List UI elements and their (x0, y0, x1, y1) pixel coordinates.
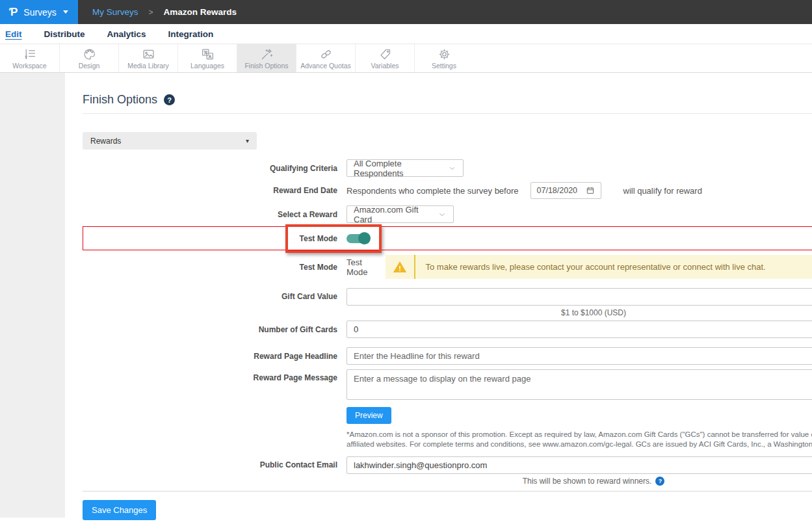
breadcrumb-my-surveys[interactable]: My Surveys (92, 7, 138, 17)
preview-button[interactable]: Preview (347, 407, 391, 424)
toolbar-label: Advance Quotas (300, 62, 351, 70)
disclaimer-line-1: *Amazon.com is not a sponsor of this pro… (347, 430, 812, 440)
reward-page-message-textarea[interactable] (347, 369, 812, 400)
bottom-divider (83, 491, 812, 492)
tab-edit[interactable]: Edit (5, 29, 22, 39)
qualifying-criteria-select[interactable]: All Complete Respondents (347, 159, 464, 177)
toolbar-item-settings[interactable]: Settings (414, 44, 473, 72)
tab-distribute[interactable]: Distribute (44, 29, 85, 39)
test-mode-highlight-band: Test Mode (83, 226, 812, 250)
reward-end-date-label: Reward End Date (83, 186, 337, 195)
help-icon[interactable]: ? (164, 94, 175, 105)
main-tab-bar: Edit Distribute Analytics Integration (0, 24, 812, 44)
translate-icon (201, 47, 215, 61)
gear-icon (438, 47, 451, 61)
title-divider (83, 113, 812, 114)
breadcrumb-separator: > (149, 8, 153, 17)
toolbar-item-variables[interactable]: Variables (355, 44, 414, 72)
svg-text:!: ! (399, 265, 401, 272)
finish-options-panel: Finish Options ? Rewards ▾ Qualifying Cr… (65, 73, 812, 520)
calendar-icon (586, 186, 595, 195)
test-mode-toggle-label: Test Mode (83, 234, 337, 243)
reward-page-headline-label: Reward Page Headline (83, 352, 337, 361)
reward-end-date-input[interactable]: 07/18/2020 (530, 182, 601, 199)
toolbar-item-media-library[interactable]: Media Library (118, 44, 177, 72)
chevron-down-icon (448, 164, 456, 173)
toggle-knob-icon (358, 232, 371, 244)
toolbar-item-finish-options[interactable]: Finish Options (237, 44, 296, 72)
gift-card-value-helper: $1 to $1000 (USD) (561, 308, 626, 317)
product-name: Surveys (23, 7, 57, 18)
toolbar-label: Design (79, 62, 100, 70)
test-mode-warning-banner: ! To make rewards live, please contact y… (386, 255, 812, 279)
caret-down-icon (63, 10, 68, 14)
toolbar-label: Media Library (127, 62, 169, 70)
toolbar-label: Settings (432, 62, 456, 70)
caret-down-icon: ▾ (246, 137, 249, 144)
qualifying-criteria-value: All Complete Respondents (354, 159, 448, 178)
top-header-bar: Ƥ Surveys My Surveys > Amazon Rewards (0, 0, 812, 24)
toolbar-label: Finish Options (244, 62, 288, 70)
reward-end-date-prefix: Respondents who complete the survey befo… (347, 186, 519, 196)
reward-end-date-value: 07/18/2020 (537, 186, 578, 195)
select-reward-label: Select a Reward (83, 210, 337, 219)
surveys-product-dropdown[interactable]: Ƥ Surveys (0, 0, 78, 24)
tab-integration[interactable]: Integration (168, 29, 214, 39)
public-contact-email-helper: This will be shown to reward winners. (523, 477, 652, 486)
left-gray-panel (0, 73, 65, 518)
page-body: Finish Options ? Rewards ▾ Qualifying Cr… (0, 73, 812, 526)
reward-page-message-label: Reward Page Message (83, 369, 337, 387)
tab-analytics[interactable]: Analytics (107, 29, 146, 39)
number-of-gift-cards-label: Number of Gift Cards (83, 325, 337, 334)
select-reward-select[interactable]: Amazon.com Gift Card (347, 205, 454, 223)
magic-wand-icon (260, 47, 274, 61)
toolbar-item-workspace[interactable]: Workspace (0, 44, 59, 72)
image-icon (142, 47, 155, 61)
breadcrumb-current-survey: Amazon Rewards (164, 7, 237, 17)
gift-card-value-input[interactable] (347, 288, 812, 306)
palette-icon (83, 47, 96, 61)
rewards-dropdown-value: Rewards (90, 137, 121, 146)
help-icon[interactable]: ? (655, 477, 664, 486)
public-contact-email-label: Public Contact Email (83, 456, 337, 474)
disclaimer-line-2: affiliated websites. For complete terms … (347, 440, 812, 449)
test-mode-status-value: Test Mode (347, 257, 368, 277)
edit-toolbar: Workspace Design Media Library Languages… (0, 44, 812, 73)
number-of-gift-cards-input[interactable] (347, 321, 812, 338)
toolbar-item-design[interactable]: Design (59, 44, 118, 72)
tag-icon (378, 47, 392, 61)
warning-text: To make rewards live, please contact you… (415, 255, 776, 279)
reward-end-date-suffix: will qualify for reward (623, 186, 702, 196)
toolbar-label: Variables (371, 62, 399, 70)
save-changes-button[interactable]: Save Changes (83, 500, 156, 520)
chevron-down-icon (438, 210, 447, 219)
toolbar-item-advance-quotas[interactable]: Advance Quotas (296, 44, 355, 72)
questionpro-logo-icon: Ƥ (9, 6, 18, 19)
chain-link-icon (319, 47, 333, 61)
page-title: Finish Options (83, 93, 157, 107)
toolbar-label: Workspace (12, 62, 46, 70)
test-mode-toggle[interactable] (347, 234, 369, 243)
amazon-disclaimer: *Amazon.com is not a sponsor of this pro… (347, 430, 812, 449)
workspace-icon (23, 47, 36, 61)
test-mode-status-label: Test Mode (83, 263, 337, 272)
rewards-category-dropdown[interactable]: Rewards ▾ (83, 132, 257, 150)
breadcrumb: My Surveys > Amazon Rewards (78, 0, 237, 24)
public-contact-email-input[interactable] (347, 456, 812, 474)
reward-page-headline-input[interactable] (347, 347, 812, 365)
warning-triangle-icon: ! (391, 259, 408, 275)
gift-card-value-label: Gift Card Value (83, 288, 337, 306)
toolbar-label: Languages (190, 62, 224, 70)
toolbar-item-languages[interactable]: Languages (177, 44, 237, 72)
select-reward-value: Amazon.com Gift Card (354, 205, 438, 224)
qualifying-criteria-label: Qualifying Criteria (83, 164, 337, 173)
